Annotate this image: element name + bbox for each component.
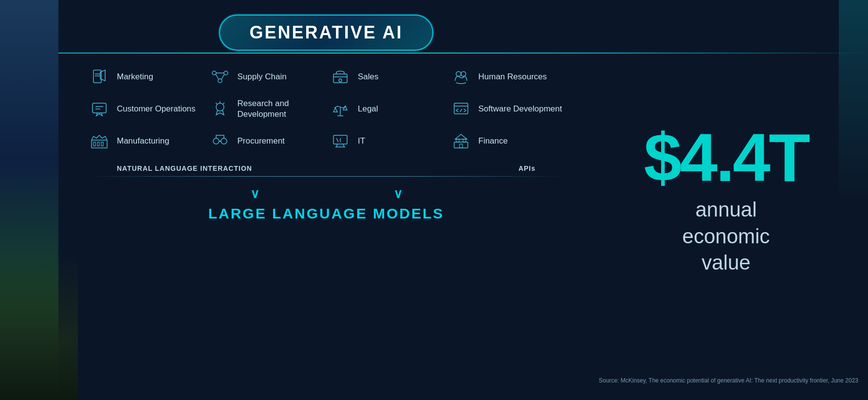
main-content: GENERATIVE AI Marketing — [58, 0, 868, 400]
divider-line — [88, 176, 565, 177]
category-supply-chain: Supply Chain — [208, 65, 324, 89]
svg-line-37 — [336, 138, 338, 142]
category-software-dev: Software Development — [449, 97, 565, 121]
manufacturing-icon — [88, 129, 111, 153]
svg-line-20 — [216, 103, 217, 104]
category-sales: Sales — [329, 65, 444, 89]
category-manufacturing: Manufacturing — [88, 129, 203, 153]
svg-point-12 — [456, 72, 461, 76]
human-resources-icon — [449, 65, 473, 89]
it-icon — [329, 129, 352, 153]
source-citation: Source: McKinsey, The economic potential… — [599, 376, 858, 385]
svg-point-31 — [221, 138, 227, 144]
category-human-resources: Human Resources — [449, 65, 565, 89]
presenter-area — [0, 254, 78, 400]
svg-point-4 — [218, 79, 222, 83]
value-description: annualeconomicvalue — [683, 197, 770, 276]
apis-label: APIs — [518, 164, 536, 172]
category-customer-ops-label: Customer Operations — [117, 104, 196, 114]
value-panel: $4.4T annualeconomicvalue Source: McKins… — [584, 0, 868, 400]
svg-rect-40 — [456, 139, 459, 142]
category-procurement: Procurement — [208, 129, 324, 153]
category-human-resources-label: Human Resources — [479, 72, 547, 82]
category-procurement-label: Procurement — [238, 136, 285, 146]
svg-line-25 — [460, 109, 462, 112]
category-manufacturing-label: Manufacturing — [117, 136, 169, 146]
svg-line-35 — [343, 144, 344, 147]
legal-icon — [329, 97, 352, 121]
category-finance: Finance — [449, 129, 565, 153]
category-legal: Legal — [329, 97, 444, 121]
llm-label-container: LARGE LANGUAGE MODELS — [208, 205, 444, 222]
value-amount: $4.4T — [644, 124, 809, 192]
chevron-right: ∨ — [393, 186, 403, 201]
svg-rect-23 — [454, 103, 468, 114]
category-legal-label: Legal — [358, 104, 378, 114]
procurement-icon — [208, 129, 232, 153]
chevron-left: ∨ — [250, 186, 259, 201]
software-dev-icon — [449, 97, 473, 121]
divider-labels: NATURAL LANGUAGE INTERACTION APIs — [88, 164, 565, 176]
customer-ops-icon — [88, 97, 111, 121]
svg-rect-39 — [454, 142, 468, 148]
svg-line-6 — [216, 74, 219, 79]
svg-rect-28 — [97, 142, 99, 146]
category-it: IT — [329, 129, 444, 153]
svg-rect-27 — [93, 142, 95, 146]
gen-ai-badge: GENERATIVE AI — [219, 15, 433, 51]
svg-point-17 — [216, 103, 224, 111]
svg-line-19 — [223, 103, 224, 104]
svg-point-30 — [213, 138, 219, 144]
svg-point-11 — [339, 79, 342, 82]
category-research-dev: Research and Development — [208, 97, 324, 121]
supply-chain-icon — [208, 65, 232, 89]
gen-ai-title: GENERATIVE AI — [249, 22, 403, 42]
category-supply-chain-label: Supply Chain — [238, 72, 287, 82]
category-finance-label: Finance — [479, 136, 508, 146]
slide-panel: GENERATIVE AI Marketing — [58, 0, 584, 400]
research-dev-icon — [208, 97, 232, 121]
category-marketing-label: Marketing — [117, 72, 153, 82]
category-software-dev-label: Software Development — [479, 104, 562, 114]
svg-point-13 — [461, 72, 466, 76]
marketing-icon — [88, 65, 111, 89]
divider-section: NATURAL LANGUAGE INTERACTION APIs — [88, 164, 565, 177]
svg-rect-42 — [460, 144, 462, 148]
category-research-dev-label: Research and Development — [238, 98, 324, 120]
finance-icon — [449, 129, 473, 153]
category-customer-ops: Customer Operations — [88, 97, 203, 121]
categories-grid: Marketing Supply Chain — [88, 65, 565, 153]
svg-rect-29 — [101, 142, 103, 146]
category-sales-label: Sales — [358, 72, 379, 82]
sales-icon — [329, 65, 352, 89]
nli-label: NATURAL LANGUAGE INTERACTION — [117, 164, 252, 172]
svg-rect-14 — [92, 103, 106, 113]
llm-label: LARGE LANGUAGE MODELS — [208, 205, 444, 221]
svg-line-34 — [336, 144, 337, 147]
category-marketing: Marketing — [88, 65, 203, 89]
svg-line-7 — [222, 74, 224, 79]
svg-rect-41 — [463, 139, 466, 142]
chevrons-row: ∨ ∨ — [183, 186, 469, 201]
category-it-label: IT — [358, 136, 365, 146]
